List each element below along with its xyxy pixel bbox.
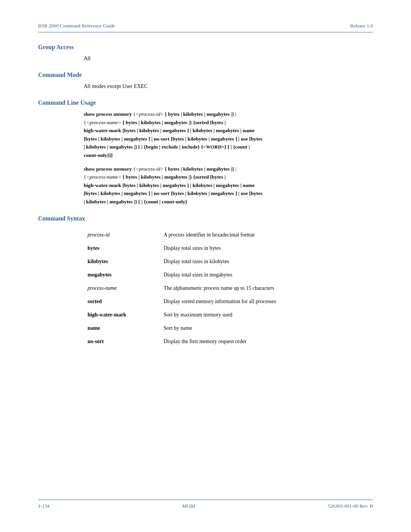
header-right: Release 1.0 — [350, 23, 373, 29]
page: BSR 2000 Command Reference Guide Release… — [0, 0, 411, 532]
page-footer: 1-134 MGBI 526363-001-00 Rev. B — [38, 500, 373, 509]
command-block-1: show process memory {<process-id> [ byte… — [84, 110, 373, 160]
syntax-term: high-water-mark — [84, 308, 160, 321]
syntax-table: process-idA process identifier in hexade… — [84, 228, 373, 348]
table-row: nameSort by name — [84, 321, 373, 335]
table-row: high-water-markSort by maximum memory us… — [84, 308, 373, 321]
command-block-2: show process memory {<process-id> [ byte… — [84, 165, 373, 206]
syntax-description: Display sorted memory information for al… — [160, 295, 373, 308]
footer-center: MGBI — [182, 503, 195, 509]
table-row: kilobytesDisplay total sizes in kilobyte… — [84, 255, 373, 268]
footer-page-number: 1-134 — [38, 503, 49, 509]
command-mode-title: Command Mode — [38, 72, 373, 78]
syntax-term: kilobytes — [84, 255, 160, 268]
table-row: megabytesDisplay total sizes in megabyte… — [84, 268, 373, 281]
group-access-content: All — [84, 54, 373, 62]
syntax-description: Sort by name — [160, 321, 373, 335]
syntax-description: Display the first memory request order — [160, 335, 373, 348]
syntax-description: The alphanumeric process name up to 15 c… — [160, 281, 373, 295]
table-row: process-nameThe alphanumeric process nam… — [84, 281, 373, 295]
syntax-term: megabytes — [84, 268, 160, 281]
group-access-section: Group Access All — [38, 44, 373, 62]
syntax-term: bytes — [84, 241, 160, 255]
command-line-usage-title: Command Line Usage — [38, 99, 373, 106]
header-left: BSR 2000 Command Reference Guide — [38, 23, 115, 29]
table-row: process-idA process identifier in hexade… — [84, 228, 373, 241]
syntax-description: Display total sizes in bytes — [160, 241, 373, 255]
syntax-description: Display total sizes in megabytes — [160, 268, 373, 281]
table-row: sortedDisplay sorted memory information … — [84, 295, 373, 308]
command-line-usage-section: Command Line Usage show process memory {… — [38, 99, 373, 206]
table-row: bytesDisplay total sizes in bytes — [84, 241, 373, 255]
syntax-description: Display total sizes in kilobytes — [160, 255, 373, 268]
syntax-term: process-id — [84, 228, 160, 241]
syntax-term: no-sort — [84, 335, 160, 348]
group-access-title: Group Access — [38, 44, 373, 51]
syntax-description: A process identifier in hexadecimal form… — [160, 228, 373, 241]
syntax-description: Sort by maximum memory used — [160, 308, 373, 321]
syntax-term: sorted — [84, 295, 160, 308]
page-header: BSR 2000 Command Reference Guide Release… — [38, 23, 373, 32]
command-mode-content: All modes except User EXEC — [84, 82, 373, 90]
command-syntax-section: Command Syntax process-idA process ident… — [38, 215, 373, 348]
syntax-term: name — [84, 321, 160, 335]
syntax-term: process-name — [84, 281, 160, 295]
footer-doc-number: 526363-001-00 Rev. B — [328, 503, 373, 509]
command-mode-section: Command Mode All modes except User EXEC — [38, 72, 373, 90]
command-syntax-title: Command Syntax — [38, 215, 373, 222]
table-row: no-sortDisplay the first memory request … — [84, 335, 373, 348]
